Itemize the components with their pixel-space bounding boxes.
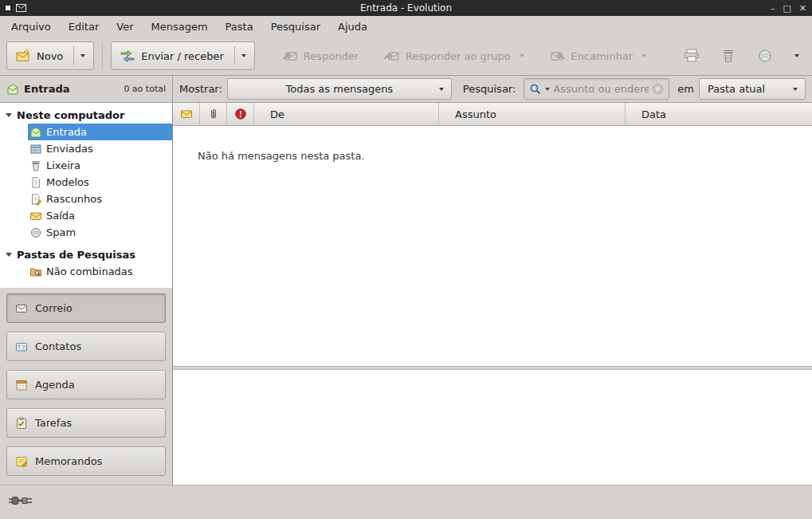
- drafts-icon: [29, 193, 42, 206]
- mail-icon: [15, 302, 28, 315]
- junk-icon: [757, 48, 773, 64]
- toolbar-separator: [102, 43, 103, 69]
- folder-item-enviadas[interactable]: Enviadas: [0, 140, 172, 157]
- switcher-calendar-button[interactable]: Agenda: [6, 370, 166, 399]
- attachment-icon: [208, 108, 219, 120]
- window-menu-icon[interactable]: [6, 6, 10, 10]
- menu-editar[interactable]: Editar: [61, 18, 107, 36]
- search-options-chevron-icon[interactable]: [545, 88, 550, 91]
- folder-item-saida[interactable]: Saída: [0, 207, 172, 224]
- expander-icon[interactable]: [6, 253, 12, 257]
- toolbar: Novo Enviar / receber Responder Responde…: [0, 37, 812, 76]
- search-input[interactable]: [553, 83, 649, 95]
- folder-item-label: Entrada: [46, 126, 87, 138]
- folder-item-modelos[interactable]: Modelos: [0, 174, 172, 191]
- split-separator: [73, 46, 74, 65]
- templates-icon: [29, 176, 42, 189]
- column-assunto[interactable]: Assunto: [439, 103, 626, 125]
- menu-ajuda[interactable]: Ajuda: [331, 18, 375, 36]
- spam-icon: [29, 226, 42, 239]
- titlebar: Entrada - Evolution – □ ✕: [0, 0, 812, 16]
- tree-group-search-folders[interactable]: Pastas de Pesquisas: [0, 246, 172, 263]
- menu-arquivo[interactable]: Arquivo: [4, 18, 58, 36]
- maximize-button[interactable]: □: [783, 3, 790, 14]
- junk-button[interactable]: [751, 43, 779, 69]
- menu-pesquisar[interactable]: Pesquisar: [264, 18, 328, 36]
- current-folder-name: Entrada: [24, 83, 70, 95]
- column-attachment[interactable]: [200, 103, 227, 125]
- toolbar-overflow-button[interactable]: [788, 43, 806, 69]
- print-button[interactable]: [678, 43, 705, 69]
- switcher-mail-button[interactable]: Correio: [6, 293, 166, 323]
- search-scope-dropdown[interactable]: Pasta atual: [699, 78, 806, 100]
- search-icon[interactable]: [529, 83, 542, 96]
- menu-ver[interactable]: Ver: [109, 18, 140, 36]
- in-label: em: [677, 83, 694, 95]
- app-mail-icon: [16, 4, 26, 12]
- column-priority[interactable]: [227, 103, 254, 125]
- split-separator: [234, 46, 235, 65]
- sent-icon: [29, 143, 42, 155]
- contacts-icon: [15, 340, 28, 353]
- minimize-button[interactable]: –: [771, 3, 775, 14]
- column-data[interactable]: Data: [626, 103, 812, 125]
- send-receive-button[interactable]: Enviar / receber: [111, 41, 255, 70]
- forward-button[interactable]: Encaminhar: [542, 41, 655, 70]
- reply-icon: [282, 48, 298, 64]
- switcher-label: Tarefas: [35, 417, 72, 429]
- message-list[interactable]: Não há mensagens nesta pasta.: [173, 126, 812, 366]
- trash-icon: [29, 159, 42, 172]
- expander-icon[interactable]: [6, 113, 12, 117]
- column-status[interactable]: [173, 103, 200, 125]
- folder-item-entrada[interactable]: Entrada: [0, 124, 172, 140]
- calendar-icon: [15, 379, 28, 391]
- switcher-label: Contatos: [35, 340, 81, 352]
- folder-item-nao-combinadas[interactable]: Não combinadas: [0, 263, 172, 280]
- reply-all-button[interactable]: Responder ao grupo: [376, 41, 532, 70]
- send-receive-icon: [120, 48, 135, 64]
- message-count: 0 ao total: [124, 84, 166, 94]
- message-status-icon: [180, 108, 193, 120]
- clear-search-icon[interactable]: [652, 83, 664, 95]
- column-de[interactable]: De: [254, 103, 439, 125]
- tree-group-this-computer[interactable]: Neste computador: [0, 107, 172, 124]
- delete-button[interactable]: [715, 43, 742, 69]
- folder-item-label: Rascunhos: [46, 193, 102, 205]
- reply-all-dropdown-icon[interactable]: [520, 54, 524, 57]
- folder-item-rascunhos[interactable]: Rascunhos: [0, 191, 172, 207]
- window-controls: – □ ✕: [771, 0, 806, 16]
- search-scope-value: Pasta atual: [708, 83, 765, 95]
- switcher-tasks-button[interactable]: Tarefas: [6, 408, 166, 438]
- toolbar-right-group: [678, 43, 806, 69]
- forward-icon: [550, 48, 566, 64]
- trash-icon: [720, 48, 736, 64]
- forward-dropdown-icon[interactable]: [641, 54, 646, 57]
- online-status-icon[interactable]: [8, 493, 33, 508]
- new-button[interactable]: Novo: [6, 41, 94, 70]
- tasks-icon: [15, 417, 28, 430]
- folder-item-label: Saída: [46, 210, 75, 222]
- reply-button[interactable]: Responder: [274, 41, 367, 70]
- folder-item-label: Não combinadas: [46, 265, 133, 277]
- switcher-contacts-button[interactable]: Contatos: [6, 332, 166, 361]
- menu-pasta[interactable]: Pasta: [218, 18, 261, 36]
- menu-mensagem[interactable]: Mensagem: [144, 18, 215, 36]
- folder-item-spam[interactable]: Spam: [0, 224, 172, 241]
- current-folder-header: Entrada 0 ao total: [0, 76, 173, 102]
- filter-controls: Mostrar: Todas as mensagens Pesquisar: e…: [173, 76, 812, 102]
- folder-item-label: Spam: [46, 226, 76, 238]
- inbox-icon: [29, 126, 42, 139]
- switcher-label: Memorandos: [35, 455, 102, 467]
- titlebar-left: [6, 0, 26, 16]
- switcher-memos-button[interactable]: Memorandos: [6, 446, 166, 476]
- new-button-label: Novo: [37, 50, 63, 62]
- priority-icon: [234, 108, 247, 120]
- folder-item-label: Lixeira: [46, 159, 80, 171]
- new-dropdown-icon[interactable]: [80, 54, 85, 57]
- show-filter-dropdown[interactable]: Todas as mensagens: [227, 78, 452, 100]
- folder-item-lixeira[interactable]: Lixeira: [0, 157, 172, 174]
- close-button[interactable]: ✕: [799, 3, 806, 14]
- inbox-icon: [6, 83, 19, 96]
- send-receive-dropdown-icon[interactable]: [241, 54, 246, 57]
- overflow-chevron-icon: [794, 54, 799, 57]
